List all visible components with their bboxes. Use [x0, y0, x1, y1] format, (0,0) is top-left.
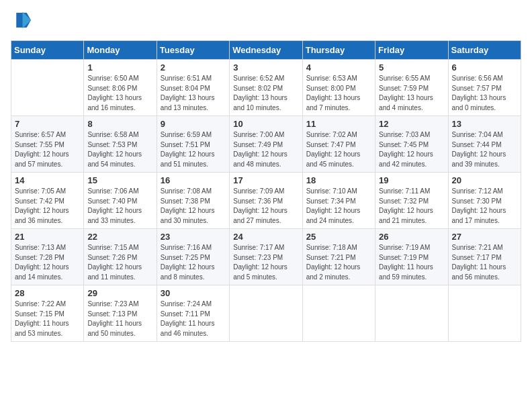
day-cell: 26Sunrise: 7:19 AM Sunset: 7:19 PM Dayli… — [375, 229, 448, 285]
day-cell: 20Sunrise: 7:12 AM Sunset: 7:30 PM Dayli… — [448, 173, 521, 229]
day-number: 25 — [306, 232, 371, 242]
page-header — [11, 11, 521, 32]
day-detail: Sunrise: 7:15 AM Sunset: 7:26 PM Dayligh… — [87, 243, 152, 282]
day-detail: Sunrise: 7:09 AM Sunset: 7:36 PM Dayligh… — [233, 187, 298, 226]
day-number: 13 — [452, 119, 517, 129]
header-row: SundayMondayTuesdayWednesdayThursdayFrid… — [11, 41, 521, 60]
day-cell: 7Sunrise: 6:57 AM Sunset: 7:55 PM Daylig… — [11, 116, 84, 173]
day-detail: Sunrise: 7:04 AM Sunset: 7:44 PM Dayligh… — [452, 130, 517, 169]
day-number: 22 — [87, 232, 152, 242]
day-cell: 23Sunrise: 7:16 AM Sunset: 7:25 PM Dayli… — [157, 229, 229, 285]
day-cell: 5Sunrise: 6:55 AM Sunset: 7:59 PM Daylig… — [375, 60, 448, 116]
col-header-sunday: Sunday — [11, 41, 84, 60]
day-cell: 3Sunrise: 6:52 AM Sunset: 8:02 PM Daylig… — [230, 60, 302, 116]
day-detail: Sunrise: 6:59 AM Sunset: 7:51 PM Dayligh… — [161, 130, 226, 169]
col-header-friday: Friday — [375, 41, 448, 60]
logo-icon — [12, 11, 31, 30]
logo — [11, 11, 34, 32]
day-number: 3 — [233, 62, 298, 73]
day-cell: 30Sunrise: 7:24 AM Sunset: 7:11 PM Dayli… — [157, 285, 229, 342]
week-row-3: 14Sunrise: 7:05 AM Sunset: 7:42 PM Dayli… — [11, 173, 521, 229]
day-detail: Sunrise: 7:18 AM Sunset: 7:21 PM Dayligh… — [306, 243, 371, 282]
day-number: 14 — [15, 175, 80, 185]
day-detail: Sunrise: 7:24 AM Sunset: 7:11 PM Dayligh… — [161, 300, 226, 338]
day-number: 17 — [233, 175, 298, 185]
day-cell: 14Sunrise: 7:05 AM Sunset: 7:42 PM Dayli… — [11, 173, 84, 229]
day-cell: 17Sunrise: 7:09 AM Sunset: 7:36 PM Dayli… — [230, 173, 302, 229]
day-number: 8 — [87, 119, 152, 129]
day-cell: 29Sunrise: 7:23 AM Sunset: 7:13 PM Dayli… — [84, 285, 157, 342]
day-cell: 11Sunrise: 7:02 AM Sunset: 7:47 PM Dayli… — [302, 116, 375, 173]
day-cell: 12Sunrise: 7:03 AM Sunset: 7:45 PM Dayli… — [375, 116, 448, 173]
day-number: 1 — [87, 62, 152, 73]
day-detail: Sunrise: 7:16 AM Sunset: 7:25 PM Dayligh… — [161, 243, 226, 282]
day-number: 9 — [161, 119, 226, 129]
day-detail: Sunrise: 7:22 AM Sunset: 7:15 PM Dayligh… — [15, 300, 80, 338]
day-detail: Sunrise: 7:12 AM Sunset: 7:30 PM Dayligh… — [452, 187, 517, 226]
col-header-wednesday: Wednesday — [230, 41, 302, 60]
day-number: 18 — [306, 175, 371, 185]
col-header-monday: Monday — [84, 41, 157, 60]
day-number: 24 — [233, 232, 298, 242]
day-cell: 9Sunrise: 6:59 AM Sunset: 7:51 PM Daylig… — [157, 116, 229, 173]
day-cell — [302, 285, 375, 342]
day-detail: Sunrise: 6:51 AM Sunset: 8:04 PM Dayligh… — [161, 74, 226, 113]
day-detail: Sunrise: 7:08 AM Sunset: 7:38 PM Dayligh… — [161, 187, 226, 226]
day-detail: Sunrise: 7:05 AM Sunset: 7:42 PM Dayligh… — [15, 187, 80, 226]
day-detail: Sunrise: 7:23 AM Sunset: 7:13 PM Dayligh… — [87, 300, 152, 338]
day-cell: 28Sunrise: 7:22 AM Sunset: 7:15 PM Dayli… — [11, 285, 84, 342]
day-cell: 6Sunrise: 6:56 AM Sunset: 7:57 PM Daylig… — [448, 60, 521, 116]
day-number: 21 — [15, 232, 80, 242]
day-number: 6 — [452, 62, 517, 73]
day-cell: 16Sunrise: 7:08 AM Sunset: 7:38 PM Dayli… — [157, 173, 229, 229]
day-detail: Sunrise: 6:55 AM Sunset: 7:59 PM Dayligh… — [379, 74, 444, 113]
day-detail: Sunrise: 6:58 AM Sunset: 7:53 PM Dayligh… — [87, 130, 152, 169]
day-cell: 10Sunrise: 7:00 AM Sunset: 7:49 PM Dayli… — [230, 116, 302, 173]
day-number: 20 — [452, 175, 517, 185]
day-cell: 25Sunrise: 7:18 AM Sunset: 7:21 PM Dayli… — [302, 229, 375, 285]
day-detail: Sunrise: 7:06 AM Sunset: 7:40 PM Dayligh… — [87, 187, 152, 226]
day-number: 11 — [306, 119, 371, 129]
day-detail: Sunrise: 7:11 AM Sunset: 7:32 PM Dayligh… — [379, 187, 444, 226]
week-row-5: 28Sunrise: 7:22 AM Sunset: 7:15 PM Dayli… — [11, 285, 521, 342]
day-number: 2 — [161, 62, 226, 73]
day-cell — [11, 60, 84, 116]
day-cell: 21Sunrise: 7:13 AM Sunset: 7:28 PM Dayli… — [11, 229, 84, 285]
col-header-thursday: Thursday — [302, 41, 375, 60]
day-detail: Sunrise: 6:53 AM Sunset: 8:00 PM Dayligh… — [306, 74, 371, 113]
day-number: 16 — [161, 175, 226, 185]
calendar-table: SundayMondayTuesdayWednesdayThursdayFrid… — [11, 40, 521, 342]
day-detail: Sunrise: 7:17 AM Sunset: 7:23 PM Dayligh… — [233, 243, 298, 282]
day-number: 27 — [452, 232, 517, 242]
day-detail: Sunrise: 7:21 AM Sunset: 7:17 PM Dayligh… — [452, 243, 517, 282]
day-cell: 13Sunrise: 7:04 AM Sunset: 7:44 PM Dayli… — [448, 116, 521, 173]
day-number: 28 — [15, 288, 80, 298]
day-cell: 19Sunrise: 7:11 AM Sunset: 7:32 PM Dayli… — [375, 173, 448, 229]
day-number: 19 — [379, 175, 444, 185]
day-cell: 1Sunrise: 6:50 AM Sunset: 8:06 PM Daylig… — [84, 60, 157, 116]
day-cell: 8Sunrise: 6:58 AM Sunset: 7:53 PM Daylig… — [84, 116, 157, 173]
day-number: 15 — [87, 175, 152, 185]
day-detail: Sunrise: 7:03 AM Sunset: 7:45 PM Dayligh… — [379, 130, 444, 169]
day-number: 10 — [233, 119, 298, 129]
day-cell: 24Sunrise: 7:17 AM Sunset: 7:23 PM Dayli… — [230, 229, 302, 285]
week-row-2: 7Sunrise: 6:57 AM Sunset: 7:55 PM Daylig… — [11, 116, 521, 173]
day-detail: Sunrise: 6:50 AM Sunset: 8:06 PM Dayligh… — [87, 74, 152, 113]
day-cell: 22Sunrise: 7:15 AM Sunset: 7:26 PM Dayli… — [84, 229, 157, 285]
week-row-4: 21Sunrise: 7:13 AM Sunset: 7:28 PM Dayli… — [11, 229, 521, 285]
day-cell — [448, 285, 521, 342]
day-detail: Sunrise: 7:19 AM Sunset: 7:19 PM Dayligh… — [379, 243, 444, 282]
day-cell — [375, 285, 448, 342]
day-cell: 27Sunrise: 7:21 AM Sunset: 7:17 PM Dayli… — [448, 229, 521, 285]
day-detail: Sunrise: 7:00 AM Sunset: 7:49 PM Dayligh… — [233, 130, 298, 169]
day-number: 5 — [379, 62, 444, 73]
day-detail: Sunrise: 6:57 AM Sunset: 7:55 PM Dayligh… — [15, 130, 80, 169]
day-number: 29 — [87, 288, 152, 298]
day-number: 30 — [161, 288, 226, 298]
week-row-1: 1Sunrise: 6:50 AM Sunset: 8:06 PM Daylig… — [11, 60, 521, 116]
day-cell: 2Sunrise: 6:51 AM Sunset: 8:04 PM Daylig… — [157, 60, 229, 116]
day-number: 4 — [306, 62, 371, 73]
day-detail: Sunrise: 7:13 AM Sunset: 7:28 PM Dayligh… — [15, 243, 80, 282]
day-number: 12 — [379, 119, 444, 129]
day-cell — [230, 285, 302, 342]
